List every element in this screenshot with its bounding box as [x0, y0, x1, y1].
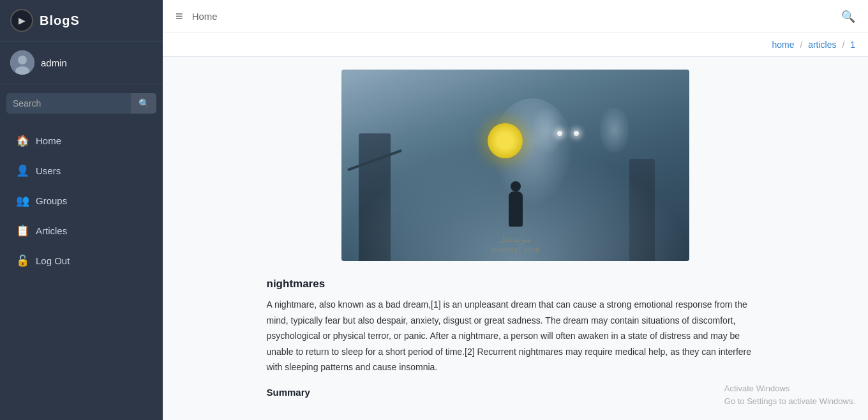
logo-text: BlogS	[40, 13, 80, 28]
article-body: A nightmare, also known as a bad dream,[…	[267, 297, 765, 375]
sidebar-item-label: Home	[36, 135, 61, 146]
sidebar-item-articles[interactable]: 📋 Articles	[3, 216, 160, 245]
avatar	[10, 50, 34, 75]
search-button[interactable]: 🔍	[131, 93, 156, 114]
sidebar-item-label: Log Out	[36, 255, 70, 266]
ghost-eye-right	[574, 131, 579, 136]
ghost-eye-left	[557, 131, 562, 136]
users-icon: 👤	[15, 164, 29, 177]
sidebar-search[interactable]: 🔍	[6, 93, 156, 114]
figure-decoration	[509, 191, 523, 227]
watermark-arabic: موستقل	[498, 234, 532, 244]
sidebar: ▶ BlogS admin 🔍 🏠 Home 👤 Users 👥	[0, 0, 163, 420]
sidebar-item-logout[interactable]: 🔓 Log Out	[3, 246, 160, 275]
sidebar-item-home[interactable]: 🏠 Home	[3, 126, 160, 155]
topbar-home-label: Home	[192, 11, 218, 22]
article-summary-title: Summary	[267, 387, 765, 398]
sidebar-item-users[interactable]: 👤 Users	[3, 156, 160, 185]
watermark: موستقل mostaql.com	[491, 234, 541, 255]
sidebar-user: admin	[0, 41, 163, 84]
watermark-url: mostaql.com	[491, 244, 541, 254]
content-area: home / articles / 1	[163, 33, 868, 420]
groups-icon: 👥	[15, 194, 29, 207]
logout-icon: 🔓	[15, 254, 29, 267]
nav-menu: 🏠 Home 👤 Users 👥 Groups 📋 Articles 🔓 Log…	[0, 125, 163, 276]
sidebar-item-label: Articles	[36, 225, 67, 236]
breadcrumb-current: 1	[850, 40, 855, 50]
article-image: موستقل mostaql.com	[341, 70, 689, 261]
main-content: ≡ Home 🔍 home / articles / 1	[163, 0, 868, 420]
sidebar-item-groups[interactable]: 👥 Groups	[3, 186, 160, 215]
article-title: nightmares	[267, 278, 765, 290]
breadcrumb-sep-2: /	[842, 40, 844, 50]
sidebar-item-label: Users	[36, 165, 61, 176]
home-icon: 🏠	[15, 134, 29, 147]
logo-icon: ▶	[10, 9, 33, 32]
articles-icon: 📋	[15, 224, 29, 237]
article-image-wrapper: موستقل mostaql.com	[267, 70, 765, 264]
ghost-hand-left	[533, 108, 562, 153]
ghost-eyes-decoration	[557, 131, 579, 136]
ghost-hand-right	[600, 108, 629, 153]
breadcrumb-home[interactable]: home	[772, 40, 794, 50]
topbar-left: ≡ Home	[176, 9, 218, 24]
breadcrumb-articles[interactable]: articles	[808, 40, 836, 50]
search-icon: 🔍	[138, 98, 149, 109]
hamburger-icon[interactable]: ≡	[176, 9, 183, 24]
topbar: ≡ Home 🔍	[163, 0, 868, 33]
sidebar-item-label: Groups	[36, 195, 67, 206]
breadcrumb-sep-1: /	[800, 40, 802, 50]
sidebar-logo: ▶ BlogS	[0, 0, 163, 41]
svg-point-1	[18, 56, 27, 64]
ghost-hands-decoration	[533, 108, 629, 153]
breadcrumb-bar: home / articles / 1	[163, 33, 868, 57]
topbar-search-icon[interactable]: 🔍	[841, 10, 855, 24]
search-input[interactable]	[6, 93, 131, 114]
yellow-circle-decoration	[488, 123, 523, 158]
breadcrumb: home / articles / 1	[772, 40, 855, 50]
user-name: admin	[41, 57, 67, 68]
article-container: موستقل mostaql.com nightmares A nightmar…	[254, 57, 777, 417]
